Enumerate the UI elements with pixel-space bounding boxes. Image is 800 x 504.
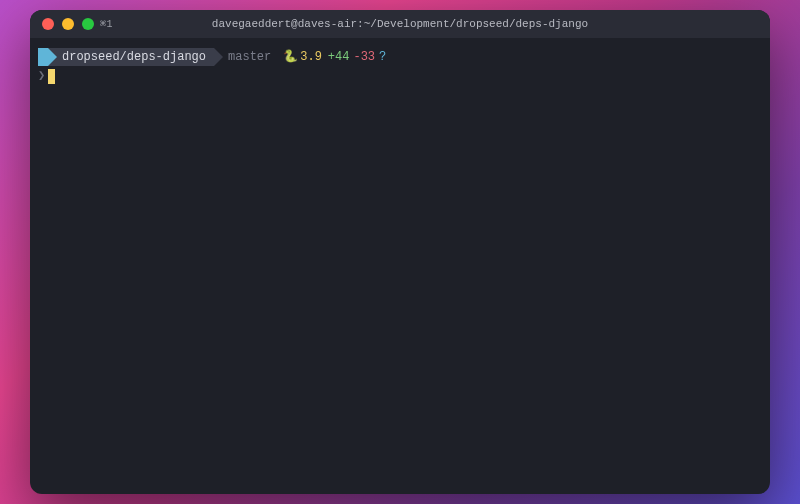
close-button[interactable]	[42, 18, 54, 30]
input-line[interactable]: ❯	[38, 67, 762, 85]
titlebar: ⌘1 davegaeddert@daves-air:~/Development/…	[30, 10, 770, 38]
prompt-line: dropseed/deps-django master 🐍 3.9 +44 -3…	[38, 48, 762, 66]
maximize-button[interactable]	[82, 18, 94, 30]
git-untracked: ?	[379, 48, 386, 66]
window-title: davegaeddert@daves-air:~/Development/dro…	[212, 18, 588, 30]
prompt-char: ❯	[38, 67, 45, 85]
tab-shortcut: ⌘1	[100, 18, 113, 30]
python-version: 3.9	[300, 48, 322, 66]
terminal-body[interactable]: dropseed/deps-django master 🐍 3.9 +44 -3…	[30, 38, 770, 494]
path-segment: dropseed/deps-django	[48, 48, 214, 66]
apple-segment	[38, 48, 48, 66]
python-icon: 🐍	[283, 48, 298, 66]
traffic-lights	[30, 18, 94, 30]
branch-segment: master	[214, 48, 277, 66]
terminal-window: ⌘1 davegaeddert@daves-air:~/Development/…	[30, 10, 770, 494]
branch-text: master	[228, 48, 271, 66]
path-text: dropseed/deps-django	[62, 48, 206, 66]
minimize-button[interactable]	[62, 18, 74, 30]
cursor	[48, 69, 55, 84]
git-added: +44	[328, 48, 350, 66]
git-deleted: -33	[353, 48, 375, 66]
